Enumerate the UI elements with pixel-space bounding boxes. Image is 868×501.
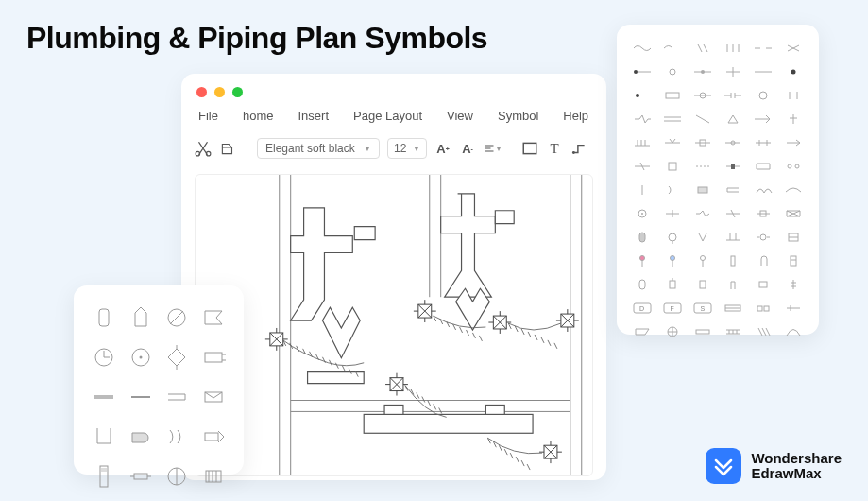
symbol-socket[interactable] — [201, 345, 226, 373]
symbol-connector[interactable] — [128, 464, 153, 492]
rp-symbol[interactable] — [690, 158, 715, 175]
rp-symbol[interactable] — [690, 63, 715, 80]
menu-home[interactable]: home — [243, 109, 274, 123]
symbol-line[interactable] — [128, 385, 153, 413]
symbol-vessel[interactable] — [128, 305, 153, 334]
rp-symbol[interactable] — [630, 323, 655, 340]
rp-symbol-s[interactable]: S — [690, 300, 715, 317]
rp-symbol[interactable] — [630, 63, 655, 80]
rp-symbol[interactable] — [751, 63, 775, 80]
symbol-split-circle[interactable] — [164, 464, 189, 492]
increase-font-icon[interactable]: A+ — [434, 140, 451, 157]
rp-symbol[interactable] — [751, 276, 775, 293]
rp-symbol[interactable] — [690, 181, 715, 199]
menu-symbol[interactable]: Symbol — [498, 109, 538, 123]
symbol-vent[interactable] — [201, 464, 226, 492]
rp-symbol[interactable] — [660, 87, 685, 104]
rp-symbol[interactable] — [630, 181, 655, 199]
align-icon[interactable]: ▾ — [484, 140, 501, 157]
rp-symbol[interactable] — [660, 63, 685, 80]
window-minimize-button[interactable] — [214, 87, 225, 97]
rp-symbol[interactable] — [660, 205, 685, 222]
rp-symbol[interactable] — [751, 252, 775, 269]
rp-symbol[interactable] — [721, 300, 745, 317]
font-family-dropdown[interactable]: Elegant soft black ▼ — [257, 138, 380, 159]
rp-symbol[interactable] — [630, 276, 655, 293]
window-close-button[interactable] — [196, 87, 207, 97]
symbol-envelope[interactable] — [201, 385, 226, 413]
rp-symbol[interactable] — [721, 158, 745, 175]
rp-symbol[interactable] — [630, 111, 655, 128]
rp-symbol[interactable] — [781, 252, 806, 269]
rp-symbol[interactable] — [690, 87, 715, 104]
symbol-circle-dot[interactable] — [128, 345, 153, 373]
symbol-bullet[interactable] — [128, 424, 153, 453]
rp-symbol[interactable] — [630, 40, 655, 57]
rp-symbol[interactable] — [781, 111, 806, 128]
rp-symbol[interactable] — [690, 205, 715, 222]
rp-symbol[interactable] — [660, 181, 685, 199]
rp-symbol[interactable] — [721, 87, 745, 104]
rectangle-tool-icon[interactable] — [521, 140, 538, 157]
rp-symbol[interactable] — [660, 276, 685, 293]
rp-symbol[interactable] — [690, 229, 715, 246]
rp-symbol[interactable] — [660, 252, 685, 269]
rp-symbol[interactable] — [751, 158, 775, 175]
cut-icon[interactable] — [195, 140, 212, 157]
rp-symbol[interactable] — [751, 111, 775, 128]
menu-file[interactable]: File — [198, 109, 218, 123]
rp-symbol[interactable] — [630, 158, 655, 175]
format-painter-icon[interactable] — [219, 140, 236, 157]
rp-symbol[interactable] — [781, 181, 806, 199]
rp-symbol[interactable] — [781, 158, 806, 175]
rp-symbol[interactable] — [781, 300, 806, 317]
rp-symbol[interactable] — [751, 87, 775, 104]
rp-symbol[interactable] — [751, 181, 775, 199]
rp-symbol[interactable] — [630, 229, 655, 246]
symbol-flag[interactable] — [201, 305, 226, 334]
rp-symbol[interactable] — [781, 40, 806, 57]
symbol-clock[interactable] — [92, 345, 116, 373]
rp-symbol[interactable] — [751, 323, 775, 340]
rp-symbol[interactable] — [781, 205, 806, 222]
rp-symbol-f[interactable]: F — [660, 300, 685, 317]
symbol-tray[interactable] — [164, 385, 189, 413]
symbol-cylinder[interactable] — [92, 305, 116, 334]
rp-symbol[interactable] — [751, 300, 775, 317]
symbol-pipe-arrow[interactable] — [201, 424, 226, 453]
rp-symbol[interactable] — [721, 252, 745, 269]
connector-tool-icon[interactable] — [570, 140, 587, 157]
rp-symbol[interactable] — [721, 63, 745, 80]
rp-symbol[interactable] — [721, 276, 745, 293]
symbol-u-shape[interactable] — [92, 424, 116, 453]
rp-symbol[interactable] — [690, 323, 715, 340]
symbol-circle-diag[interactable] — [164, 305, 189, 334]
rp-symbol[interactable] — [721, 111, 745, 128]
menu-page-layout[interactable]: Page Layout — [353, 109, 422, 123]
menu-help[interactable]: Help — [563, 109, 588, 123]
decrease-font-icon[interactable]: A- — [459, 140, 476, 157]
rp-symbol[interactable] — [660, 323, 685, 340]
rp-symbol[interactable] — [690, 40, 715, 57]
drawing-canvas[interactable] — [195, 174, 593, 476]
rp-symbol[interactable] — [721, 181, 745, 199]
rp-symbol[interactable] — [781, 63, 806, 80]
rp-symbol[interactable] — [660, 229, 685, 246]
rp-symbol[interactable] — [751, 205, 775, 222]
rp-symbol[interactable] — [721, 205, 745, 222]
rp-symbol-d[interactable]: D — [630, 300, 655, 317]
rp-symbol[interactable] — [660, 111, 685, 128]
rp-symbol[interactable] — [690, 252, 715, 269]
menu-insert[interactable]: Insert — [298, 109, 329, 123]
window-zoom-button[interactable] — [232, 87, 243, 97]
rp-symbol[interactable] — [721, 323, 745, 340]
rp-symbol[interactable] — [751, 134, 775, 151]
rp-symbol[interactable] — [721, 40, 745, 57]
rp-symbol[interactable] — [690, 276, 715, 293]
rp-symbol[interactable] — [660, 40, 685, 57]
symbol-tall-rect[interactable] — [92, 464, 116, 492]
rp-symbol[interactable] — [630, 205, 655, 222]
rp-symbol[interactable] — [781, 229, 806, 246]
rp-symbol[interactable] — [751, 229, 775, 246]
rp-symbol[interactable] — [630, 134, 655, 151]
